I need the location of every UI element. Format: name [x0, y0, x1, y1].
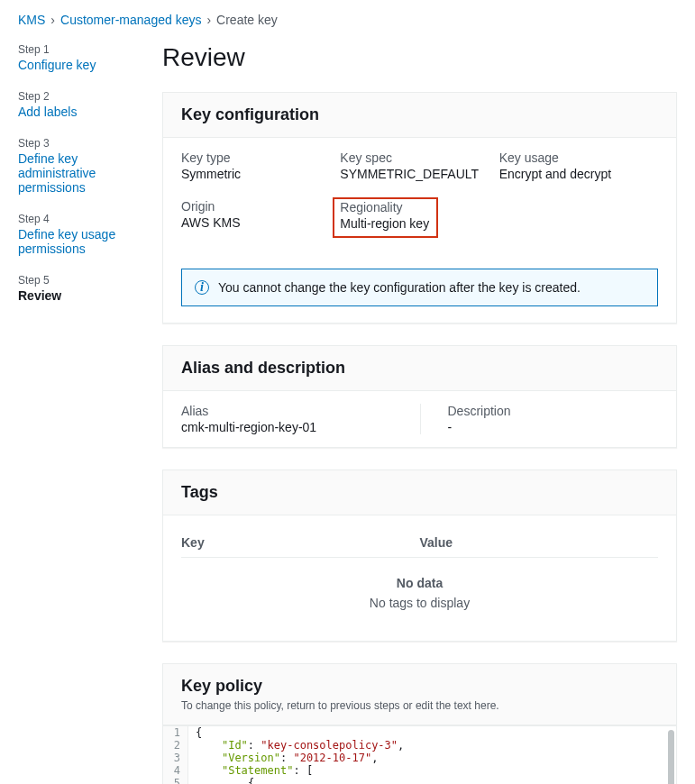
- line-text: "Id": "key-consolepolicy-3",: [188, 739, 411, 752]
- value: Symmetric: [181, 167, 340, 181]
- breadcrumb-current: Create key: [216, 13, 278, 27]
- panel-alias-description: Alias and description Alias cmk-multi-re…: [162, 345, 677, 448]
- step-link-define-admin-permissions[interactable]: Define key administrative permissions: [18, 151, 96, 195]
- step-link-review[interactable]: Review: [18, 288, 61, 303]
- step-num: Step 4: [18, 213, 144, 225]
- panel-header: Tags: [163, 470, 676, 515]
- info-icon: i: [195, 280, 209, 295]
- step-link-configure-key[interactable]: Configure key: [18, 58, 96, 72]
- tags-nomsg: No tags to display: [181, 596, 658, 610]
- line-number: 2: [163, 739, 188, 752]
- line-text: {: [188, 777, 261, 784]
- highlight-box: Regionality Multi-region key: [333, 197, 438, 238]
- code-line: 2 "Id": "key-consolepolicy-3",: [163, 739, 676, 752]
- label: Key usage: [499, 150, 658, 165]
- value: AWS KMS: [181, 215, 340, 230]
- step-link-define-usage-permissions[interactable]: Define key usage permissions: [18, 227, 115, 256]
- value: cmk-multi-region-key-01: [181, 420, 420, 434]
- tags-col-key: Key: [181, 535, 420, 550]
- label: Description: [448, 404, 659, 418]
- step-4: Step 4 Define key usage permissions: [18, 213, 144, 256]
- code-line: 1{: [163, 726, 676, 739]
- label: Key spec: [340, 150, 498, 165]
- label: Regionality: [340, 200, 429, 214]
- line-number: 1: [163, 726, 188, 739]
- policy-header-text: Key policy: [181, 677, 262, 695]
- kv-key-type: Key type Symmetric: [181, 150, 340, 181]
- step-num: Step 1: [18, 43, 144, 56]
- policy-subtext: To change this policy, return to previou…: [181, 699, 658, 712]
- step-link-add-labels[interactable]: Add labels: [18, 105, 77, 119]
- line-number: 5: [163, 777, 188, 784]
- kv-key-spec: Key spec SYMMETRIC_DEFAULT: [340, 150, 498, 181]
- step-num: Step 3: [18, 137, 144, 150]
- scrollbar-thumb[interactable]: [668, 730, 674, 784]
- panel-header: Key configuration: [163, 93, 676, 138]
- value: Encrypt and decrypt: [499, 167, 658, 181]
- label: Alias: [181, 404, 420, 418]
- tags-nodata: No data: [181, 576, 658, 590]
- value: Multi-region key: [340, 216, 429, 231]
- step-num: Step 2: [18, 90, 144, 103]
- code-line: 5 {: [163, 777, 676, 784]
- step-2: Step 2 Add labels: [18, 90, 144, 119]
- line-number: 3: [163, 752, 188, 764]
- step-5: Step 5 Review: [18, 274, 144, 303]
- line-text: {: [188, 726, 209, 739]
- step-num: Step 5: [18, 274, 144, 287]
- panel-key-configuration: Key configuration Key type Symmetric Key…: [162, 92, 677, 324]
- label: Origin: [181, 199, 340, 214]
- kv-key-usage: Key usage Encrypt and decrypt: [499, 150, 658, 181]
- panel-tags: Tags Key Value No data No tags to displa…: [162, 469, 677, 642]
- line-text: "Version": "2012-10-17",: [188, 752, 385, 764]
- panel-header: Alias and description: [163, 346, 676, 391]
- info-immutable-warning: i You cannot change the key configuratio…: [181, 269, 658, 306]
- value: SYMMETRIC_DEFAULT: [340, 167, 498, 181]
- breadcrumb-customer-managed-keys[interactable]: Customer-managed keys: [60, 13, 201, 27]
- panel-key-policy: Key policy To change this policy, return…: [162, 663, 677, 784]
- value: -: [448, 420, 659, 434]
- wizard-steps: Step 1 Configure key Step 2 Add labels S…: [0, 32, 162, 784]
- kv-origin: Origin AWS KMS: [181, 199, 340, 240]
- page-title: Review: [162, 43, 677, 72]
- label: Key type: [181, 150, 340, 165]
- breadcrumb: KMS › Customer-managed keys › Create key: [0, 0, 695, 32]
- chevron-right-icon: ›: [50, 13, 55, 27]
- line-text: "Statement": [: [188, 764, 320, 777]
- step-3: Step 3 Define key administrative permiss…: [18, 137, 144, 195]
- code-line: 4 "Statement": [: [163, 764, 676, 777]
- line-number: 4: [163, 764, 188, 777]
- chevron-right-icon: ›: [206, 13, 211, 27]
- step-1: Step 1 Configure key: [18, 43, 144, 72]
- info-text: You cannot change the key configuration …: [218, 280, 581, 295]
- kv-description: Description -: [420, 404, 659, 434]
- breadcrumb-kms[interactable]: KMS: [18, 13, 45, 27]
- kv-alias: Alias cmk-multi-region-key-01: [181, 404, 420, 434]
- kv-regionality: Regionality Multi-region key: [340, 199, 498, 240]
- code-line: 3 "Version": "2012-10-17",: [163, 752, 676, 764]
- panel-header: Key policy To change this policy, return…: [163, 664, 676, 725]
- tags-col-value: Value: [420, 535, 659, 550]
- policy-editor[interactable]: 1{2 "Id": "key-consolepolicy-3",3 "Versi…: [163, 725, 676, 784]
